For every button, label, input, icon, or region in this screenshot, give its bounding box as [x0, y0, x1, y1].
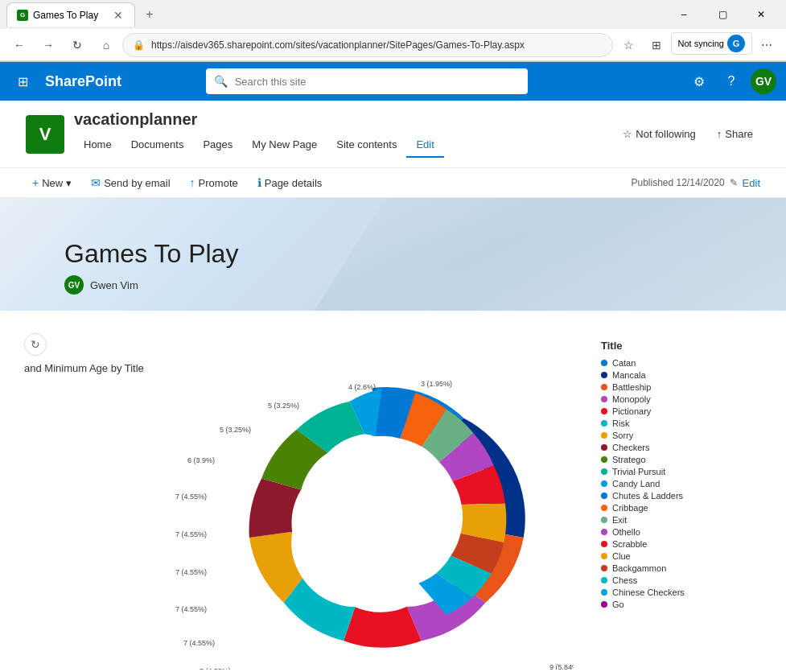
plus-icon: +: [32, 176, 39, 189]
settings-icon[interactable]: ⚙: [686, 68, 712, 94]
search-container: 🔍: [206, 68, 528, 94]
legend-dot-risk: [601, 420, 607, 427]
settings-icon[interactable]: ⋯: [754, 32, 780, 58]
legend-scrabble: Scrabble: [601, 539, 762, 549]
browser-chrome: G Games To Play ✕ + – ▢ ✕ ← → ↻ ⌂ 🔒 http…: [0, 0, 786, 62]
legend-dot-catan: [601, 360, 607, 366]
legend-dot-cribbage: [601, 505, 607, 511]
page-title: Games To Play: [64, 239, 238, 269]
legend-dot-chinese-checkers: [601, 589, 607, 596]
minimize-button[interactable]: –: [665, 2, 702, 27]
not-following-button[interactable]: ☆ Not following: [615, 124, 702, 144]
label-backgammon: 6 (3.9%): [187, 456, 215, 464]
legend-dot-mancala: [601, 372, 607, 378]
search-input[interactable]: [206, 68, 528, 94]
legend-label-checkers: Checkers: [612, 443, 649, 452]
nav-site-contents[interactable]: Site contents: [327, 132, 406, 158]
label-clue: 7 (4.55%): [175, 493, 207, 501]
hero-content: Games To Play GV Gwen Vim: [64, 239, 238, 295]
sharepoint-logo[interactable]: SharePoint: [45, 73, 121, 90]
label-extra: 3 (1.95%): [421, 380, 452, 388]
legend-candy-land: Candy Land: [601, 479, 762, 489]
label-chinese: 5 (3.25%): [268, 402, 299, 410]
hero-background: [315, 198, 786, 311]
legend-othello: Othello: [601, 527, 762, 537]
legend-label-trivial-pursuit: Trivial Pursuit: [612, 467, 665, 476]
email-icon: ✉: [91, 176, 101, 189]
waffle-icon[interactable]: ⊞: [10, 68, 35, 94]
nav-documents[interactable]: Documents: [121, 132, 194, 158]
sync-button[interactable]: Not syncing G: [671, 32, 752, 55]
share-button[interactable]: ↑ Share: [710, 124, 760, 144]
legend-dot-pictionary: [601, 408, 607, 414]
legend-label-scrabble: Scrabble: [612, 539, 647, 549]
legend-label-backgammon: Backgammon: [612, 563, 666, 573]
close-button[interactable]: ✕: [743, 2, 780, 27]
legend-label-chess: Chess: [612, 575, 637, 585]
tab-close-button[interactable]: ✕: [112, 9, 125, 22]
new-label: New: [42, 177, 63, 189]
label-othello: 7 (4.55%): [175, 568, 207, 576]
send-email-button[interactable]: ✉ Send by email: [84, 173, 176, 192]
new-button[interactable]: + New ▾: [26, 173, 78, 192]
nav-pages[interactable]: Pages: [193, 132, 242, 158]
home-button[interactable]: ⌂: [93, 32, 119, 58]
promote-button[interactable]: ↑ Promote: [183, 173, 245, 192]
address-bar[interactable]: 🔒 https://aisdev365.sharepoint.com/sites…: [122, 33, 613, 57]
donut-hole: [308, 436, 437, 565]
profile-avatar[interactable]: GV: [751, 68, 776, 94]
legend-title: Title: [601, 340, 762, 352]
label-go: 4 (2.6%): [348, 383, 376, 391]
page-details-button[interactable]: ℹ Page details: [251, 173, 329, 192]
new-tab-button[interactable]: +: [138, 3, 161, 26]
legend-monopoly: Monopoly: [601, 394, 762, 404]
published-label: Published 12/14/2020: [631, 177, 724, 188]
content-area: ↻ and Minimum Age by Title: [0, 311, 786, 672]
legend-dot-battleship: [601, 384, 607, 390]
label-exit: 7 (4.55%): [175, 605, 207, 613]
browser-toolbar: ← → ↻ ⌂ 🔒 https://aisdev365.sharepoint.c…: [0, 29, 786, 61]
legend-exit: Exit: [601, 515, 762, 525]
header-right: ⚙ ? GV: [686, 68, 776, 94]
legend-dot-backgammon: [601, 565, 607, 571]
chevron-down-icon: ▾: [66, 177, 72, 189]
chart-container: ↻ and Minimum Age by Title: [16, 324, 770, 672]
legend-trivial-pursuit: Trivial Pursuit: [601, 467, 762, 476]
address-text: https://aisdev365.sharepoint.com/sites/v…: [151, 39, 525, 51]
browser-tab[interactable]: G Games To Play ✕: [6, 2, 135, 27]
collections-icon[interactable]: ⊞: [644, 32, 669, 58]
nav-edit[interactable]: Edit: [406, 132, 443, 158]
favorites-icon[interactable]: ☆: [616, 32, 642, 58]
donut-svg: 10 (6.49%) 10 (6.49%) 9 (5.84%) 9 (5.84%…: [171, 332, 574, 670]
window-controls: – ▢ ✕: [665, 2, 780, 27]
label-sorry: 9 (5.84%): [549, 663, 574, 670]
donut-wrapper: 10 (6.49%) 10 (6.49%) 9 (5.84%) 9 (5.84%…: [171, 332, 574, 670]
legend-chutes-ladders: Chutes & Ladders: [601, 491, 762, 501]
help-icon[interactable]: ?: [718, 68, 744, 94]
legend-label-stratego: Stratego: [612, 455, 646, 464]
nav-my-new-page[interactable]: My New Page: [242, 132, 327, 158]
legend-backgammon: Backgammon: [601, 563, 762, 573]
back-button[interactable]: ←: [6, 32, 32, 58]
legend-dot-trivial-pursuit: [601, 468, 607, 475]
legend-sorry: Sorry: [601, 431, 762, 440]
edit-button[interactable]: Edit: [743, 177, 760, 189]
sharepoint-header: ⊞ SharePoint 🔍 ⚙ ? GV: [0, 62, 786, 101]
legend-battleship: Battleship: [601, 382, 762, 392]
promote-label: Promote: [199, 177, 238, 189]
info-icon: ℹ: [257, 176, 261, 189]
legend-dot-exit: [601, 517, 607, 523]
legend-label-sorry: Sorry: [612, 431, 633, 440]
forward-button[interactable]: →: [35, 32, 61, 58]
refresh-button[interactable]: ↻: [64, 32, 90, 58]
sharepoint-wordmark: SharePoint: [45, 73, 121, 89]
legend-label-battleship: Battleship: [612, 382, 651, 392]
legend-dot-stratego: [601, 456, 607, 463]
browser-profile-avatar: G: [727, 35, 745, 52]
nav-home[interactable]: Home: [74, 132, 121, 158]
maximize-button[interactable]: ▢: [704, 2, 741, 27]
label-chutes: 7 (4.55%): [200, 667, 231, 670]
legend-label-go: Go: [612, 600, 624, 609]
chart-back-button[interactable]: ↻: [24, 333, 47, 356]
legend-dot-go: [601, 601, 607, 608]
